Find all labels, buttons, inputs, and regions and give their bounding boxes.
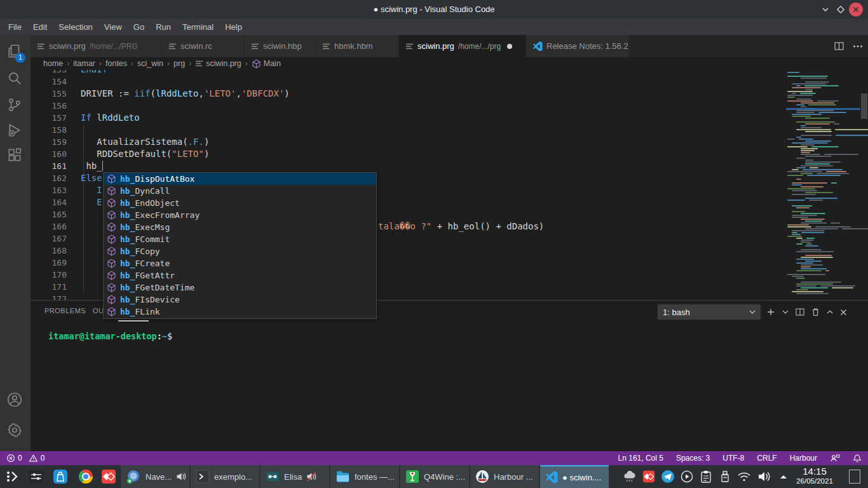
tab-sciwin.prg[interactable]: sciwin.prg/home/.../PRG (31, 35, 162, 57)
menu-edit[interactable]: Edit (27, 19, 53, 35)
suggest-item-hb_FIsDevice[interactable]: hb_FIsDevice (104, 294, 376, 306)
settings-gear-icon[interactable] (6, 422, 24, 440)
breadcrumb-separator-icon: › (67, 59, 69, 68)
tray-expander-icon[interactable] (776, 470, 790, 484)
suggest-item-hb_FCopy[interactable]: hb_FCopy (104, 245, 376, 257)
feedback-icon[interactable] (830, 454, 840, 463)
close-button[interactable] (849, 3, 863, 17)
maximize-button[interactable] (834, 3, 848, 17)
tab-release-notes-1.56.2[interactable]: Release Notes: 1.56.2 (526, 35, 629, 57)
system-settings-button[interactable] (28, 468, 44, 485)
run-debug-icon[interactable] (6, 122, 24, 140)
split-terminal-icon[interactable] (796, 308, 804, 316)
network-tray-icon[interactable] (737, 470, 751, 484)
minimap-line (817, 100, 839, 102)
breadcrumb-item-sci_win[interactable]: sci_win (137, 59, 163, 68)
messenger-tray-icon[interactable] (661, 470, 675, 484)
editor-scrollbar[interactable] (860, 70, 868, 300)
discover-button[interactable] (52, 468, 69, 485)
terminal-prompt[interactable]: itamar@itamar-desktop:~$ (48, 331, 172, 341)
split-editor-icon[interactable] (834, 42, 844, 50)
menu-help[interactable]: Help (219, 19, 248, 35)
more-actions-icon[interactable] (853, 44, 863, 48)
app-launcher-button[interactable] (4, 468, 20, 485)
minimap[interactable] (786, 70, 860, 300)
menu-view[interactable]: View (98, 19, 128, 35)
volume-tray-icon[interactable] (757, 470, 771, 484)
tab-sciwin.rc[interactable]: sciwin.rc (162, 35, 245, 57)
suggest-item-hb_FGetDateTime[interactable]: hb_FGetDateTime (104, 281, 376, 294)
source-control-icon[interactable] (6, 97, 24, 114)
suggest-item-hb_EndObject[interactable]: hb_EndObject (104, 197, 376, 209)
menu-bar: FileEditSelectionViewGoRunTerminalHelp (0, 19, 868, 35)
task-exemplo-[interactable]: exemplo... (191, 465, 259, 488)
search-icon[interactable] (6, 70, 24, 88)
minimap-line (808, 104, 836, 105)
menu-selection[interactable]: Selection (53, 19, 98, 35)
cursor-position[interactable]: Ln 161, Col 5 (618, 454, 663, 463)
encoding[interactable]: UTF-8 (722, 454, 744, 463)
minimap-line (805, 131, 832, 132)
kill-terminal-icon[interactable] (811, 308, 820, 316)
notifications-bell-icon[interactable] (853, 454, 862, 463)
chrome-button[interactable] (78, 468, 94, 485)
suggest-item-hb_ExecFromArray[interactable]: hb_ExecFromArray (104, 209, 376, 221)
suggest-item-hb_FCreate[interactable]: hb_FCreate (104, 257, 376, 269)
breadcrumb-item-home[interactable]: home (43, 59, 63, 68)
menu-file[interactable]: File (3, 19, 27, 35)
tab-hbmk.hbm[interactable]: hbmk.hbm (316, 35, 399, 57)
suggest-item-hb_FGetAttr[interactable]: hb_FGetAttr (104, 269, 376, 281)
task-q4wine-[interactable]: Q4Wine :... (400, 465, 469, 488)
task--sciwin-[interactable]: ● sciwin.... (540, 465, 609, 488)
suggest-item-hb_DynCall[interactable]: hb_DynCall (104, 185, 376, 197)
minimap-line (796, 262, 813, 264)
task-harbour-[interactable]: Harbour ... (470, 465, 539, 488)
problems-status[interactable]: 0 0 (6, 454, 44, 463)
suggest-item-hb_FCommit[interactable]: hb_FCommit (104, 233, 376, 245)
language-mode[interactable]: Harbour (790, 454, 817, 463)
breadcrumb-item-sciwin.prg[interactable]: sciwin.prg (195, 59, 241, 68)
accounts-icon[interactable] (6, 391, 24, 409)
suggest-item-hb_FLink[interactable]: hb_FLink (104, 306, 376, 318)
close-panel-icon[interactable] (840, 309, 847, 316)
menu-terminal[interactable]: Terminal (177, 19, 219, 35)
terminal-dropdown-icon[interactable] (782, 310, 789, 314)
elisa-icon (266, 470, 280, 484)
breadcrumb-item-prg[interactable]: prg (173, 59, 185, 68)
minimap-line (796, 112, 815, 113)
extensions-icon[interactable] (6, 147, 24, 165)
media-player-tray-icon[interactable] (680, 470, 694, 484)
menu-go[interactable]: Go (128, 19, 150, 35)
suggest-item-hb_DispOutAtBox[interactable]: hb_DispOutAtBox (104, 173, 376, 185)
clock[interactable]: 14:15 26/05/2021 (792, 466, 837, 485)
new-terminal-icon[interactable] (766, 308, 775, 316)
eol-sequence[interactable]: CRLF (757, 454, 776, 463)
breadcrumb-item-fontes[interactable]: fontes (105, 59, 127, 68)
scrollbar-thumb[interactable] (861, 93, 867, 119)
panel-tab-problems[interactable]: PROBLEMS (44, 307, 86, 315)
suggest-widget[interactable]: hb_DispOutAtBoxhb_DynCallhb_EndObjecthb_… (103, 172, 377, 319)
task-fontes-[interactable]: fontes —... (330, 465, 399, 488)
maximize-panel-icon[interactable] (827, 310, 833, 314)
tab-sciwin.hbp[interactable]: sciwin.hbp (245, 35, 316, 57)
activity-bar: 1 (0, 35, 31, 451)
weather-tray-icon[interactable] (623, 470, 637, 484)
suggest-item-hb_ExecMsg[interactable]: hb_ExecMsg (104, 221, 376, 233)
menu-run[interactable]: Run (150, 19, 177, 35)
usb-device-tray-icon[interactable] (718, 470, 732, 484)
anydesk-button[interactable] (100, 468, 117, 485)
task-nave-[interactable]: Nave... (121, 465, 189, 488)
vscode-icon (532, 41, 543, 51)
minimize-button[interactable] (818, 3, 832, 17)
breadcrumb-item-itamar[interactable]: itamar (73, 59, 95, 68)
indentation[interactable]: Spaces: 3 (676, 454, 710, 463)
terminal-select[interactable]: 1: bash (658, 304, 761, 320)
explorer-badge: 1 (15, 53, 25, 63)
task-elisa[interactable]: Elisa (261, 465, 329, 488)
anydesk-tray-icon[interactable] (642, 470, 656, 484)
clipboard-tray-icon[interactable] (699, 470, 713, 484)
breadcrumb-item-main[interactable]: Main (252, 59, 281, 69)
show-desktop-button[interactable] (849, 470, 860, 484)
minimap-current-line (786, 108, 860, 110)
tab-sciwin.prg[interactable]: sciwin.prg/home/.../prg (399, 35, 526, 57)
